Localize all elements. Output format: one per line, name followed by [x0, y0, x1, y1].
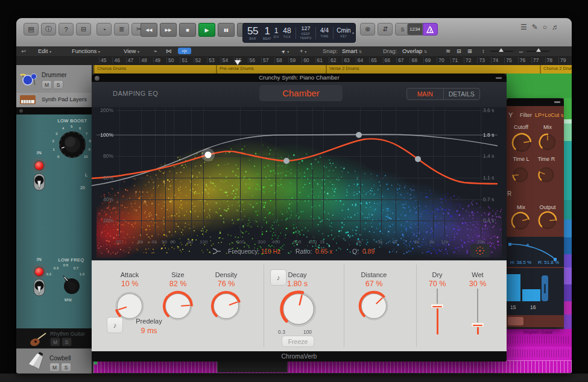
mixer-button[interactable]: ≣	[114, 23, 129, 36]
wet-value[interactable]: 30 %	[454, 280, 502, 288]
minimize-icon[interactable]	[496, 77, 502, 79]
close-icon[interactable]	[19, 109, 23, 113]
hzoom-handle[interactable]	[536, 48, 541, 52]
region-strip[interactable]	[564, 200, 572, 219]
close-icon[interactable]	[95, 76, 100, 81]
delay-titlebar[interactable]	[507, 98, 564, 106]
distance-value[interactable]: 67 %	[350, 280, 398, 288]
track-header-synth[interactable]: Synth Pad Layers	[16, 93, 92, 107]
region-rhythm-guitar[interactable]: Rhythm Guitar	[507, 329, 572, 346]
rewind-button[interactable]: ◀◀	[141, 23, 157, 37]
crossfade-icon[interactable]: ⋈	[166, 48, 172, 55]
metronome-button[interactable]	[423, 23, 438, 36]
edit-menu[interactable]: Edit ▾	[38, 48, 51, 55]
lcd-chevron-icon[interactable]: ▾	[352, 31, 354, 35]
tap-bar-15[interactable]	[507, 274, 520, 301]
decay-curves[interactable]	[92, 107, 507, 260]
inspector-button[interactable]: ⓘ	[41, 23, 56, 36]
damping-eq-curve[interactable]	[92, 139, 498, 184]
wet-slider[interactable]	[471, 289, 484, 336]
mute-button[interactable]: M	[42, 80, 52, 89]
dry-handle[interactable]	[431, 304, 444, 308]
lcd-display[interactable]: 55BAR 1BEAT 1DIV 48TICK 127KEEPTEMPO 4/4…	[242, 23, 356, 43]
functions-menu[interactable]: Functions ▾	[72, 48, 100, 55]
tap-bar-16[interactable]	[522, 289, 540, 301]
region-strip[interactable]	[564, 237, 572, 254]
region-verse2-drums[interactable]: Verse 2 Drums	[326, 65, 541, 74]
tab-main[interactable]: MAIN	[407, 89, 443, 99]
mix-bot-knob[interactable]	[511, 211, 530, 231]
output-knob[interactable]	[538, 211, 557, 230]
region-chorus2-drums[interactable]: Chorus 2 Drums	[540, 65, 572, 74]
bar-ruler[interactable]: 4546474849505152535455565758596061626364…	[16, 56, 572, 66]
mute-button[interactable]: M	[49, 363, 60, 372]
drag-menu[interactable]: Overlap ⇅	[402, 48, 427, 55]
reverb-visualizer[interactable]: 200%100%80%60%40%20%3.6 s1.8 s1.4 s1.1 s…	[92, 107, 507, 260]
visualizer-mode-button[interactable]	[470, 244, 490, 257]
minimize-icon[interactable]	[554, 101, 560, 103]
snap-menu[interactable]: Smart ⇅	[342, 48, 362, 55]
back-icon[interactable]: ↩	[21, 48, 26, 55]
forward-button[interactable]: ▶▶	[160, 23, 177, 37]
region-strip[interactable]	[564, 301, 572, 315]
q-value[interactable]: 0.89	[362, 248, 375, 255]
tap-handle[interactable]	[542, 275, 548, 301]
density-knob[interactable]	[210, 290, 242, 322]
waveform-zoom-icon[interactable]: ≋	[446, 48, 450, 55]
pause-button[interactable]: ▮▮	[218, 23, 235, 37]
region-strip[interactable]	[564, 315, 572, 329]
predelay-value[interactable]: 9 ms	[125, 327, 173, 335]
region-strip[interactable]	[564, 98, 572, 119]
library-button[interactable]: ▤	[24, 23, 39, 36]
ratio-value[interactable]: 0.65 x	[315, 248, 333, 255]
automation-icon[interactable]: ⌁	[154, 48, 157, 55]
time-r-knob[interactable]	[538, 166, 555, 183]
secondary-tool-menu[interactable]: + ▾	[300, 48, 306, 55]
eq-node[interactable]	[283, 158, 289, 164]
size-knob[interactable]	[162, 290, 194, 322]
wet-handle[interactable]	[471, 322, 484, 327]
tab-details[interactable]: DETAILS	[443, 89, 480, 99]
smart-controls-button[interactable]: ◔	[96, 23, 112, 36]
cutoff-knob[interactable]	[511, 133, 532, 153]
horizontal-zoom-slider[interactable]	[526, 51, 549, 52]
input-monitor-button[interactable]: ⊗	[360, 23, 375, 36]
count-in-button[interactable]: ⇵	[378, 23, 393, 36]
vzoom-handle[interactable]	[499, 48, 504, 52]
stop-button[interactable]: ■	[179, 23, 196, 37]
region-strip[interactable]	[564, 124, 572, 141]
loop-browser-icon[interactable]: ○	[543, 23, 547, 31]
pointer-tool-menu[interactable]: ➤ ▾	[282, 48, 289, 55]
vertical-zoom-slider[interactable]	[490, 51, 513, 52]
region-strip[interactable]	[564, 254, 572, 268]
plugin-titlebar[interactable]: Crunchy Synth: Piano Chamber	[92, 74, 507, 82]
decay-value[interactable]: 1.80 s	[273, 280, 321, 288]
auto-track-zoom-icon[interactable]: ⊟	[457, 48, 461, 55]
selected-eq-node[interactable]	[205, 152, 212, 158]
note-pads-icon[interactable]: ✎	[532, 23, 538, 31]
region-green[interactable]	[507, 74, 572, 98]
solo-button[interactable]: S	[53, 80, 63, 89]
eq-node[interactable]	[356, 132, 362, 138]
region-strip[interactable]	[564, 284, 572, 301]
freeze-button[interactable]: Freeze	[282, 336, 314, 347]
region-strip[interactable]	[564, 219, 572, 237]
playhead-marker[interactable]	[235, 60, 241, 65]
region-magenta[interactable]	[507, 346, 572, 360]
region-bottom-midi[interactable]	[93, 360, 572, 373]
region-chorus-drums[interactable]: Chorus Drums	[93, 65, 217, 74]
low-boost-knob[interactable]	[57, 130, 87, 160]
toolbar-toggle-button[interactable]: ⊟	[76, 23, 91, 36]
filter-select[interactable]: LP+LoCut ⇅	[535, 112, 564, 118]
low-freq-knob[interactable]	[57, 271, 84, 298]
play-button[interactable]: ▶	[198, 23, 215, 37]
zoom-fit-icon[interactable]: ⊞	[467, 48, 472, 55]
in-toggle-top[interactable]	[33, 173, 46, 191]
view-menu[interactable]: View ▾	[124, 48, 139, 55]
distance-knob[interactable]	[358, 290, 390, 322]
eq-node[interactable]	[415, 156, 421, 162]
mute-button[interactable]: M	[50, 337, 60, 346]
time-l-knob[interactable]	[512, 166, 529, 183]
frequency-value[interactable]: 110 Hz	[261, 248, 281, 255]
attack-value[interactable]: 10 %	[106, 280, 154, 288]
